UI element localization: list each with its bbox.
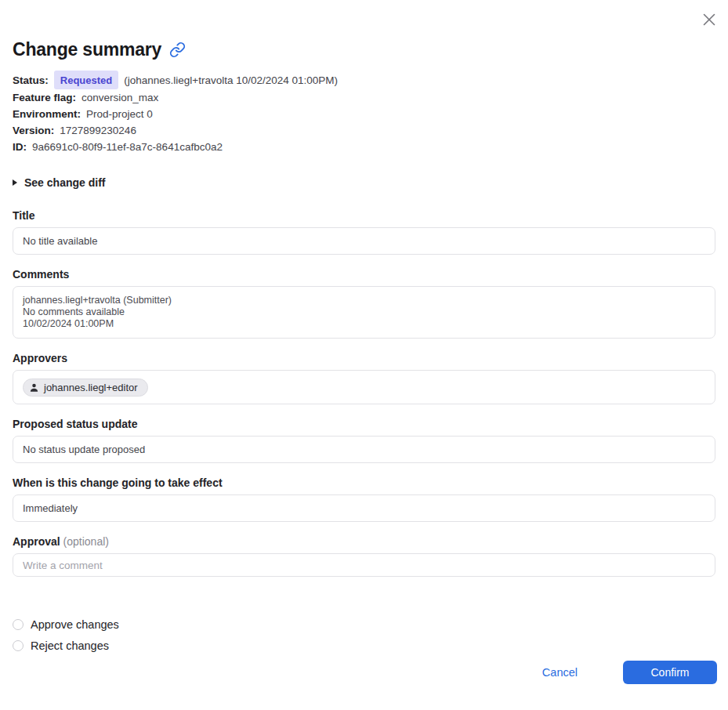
- radio-circle-icon[interactable]: [13, 640, 24, 651]
- see-change-diff-toggle[interactable]: See change diff: [13, 176, 715, 189]
- approver-chip[interactable]: johannes.liegl+editor: [23, 379, 148, 397]
- approvers-field-label: Approvers: [13, 352, 715, 364]
- comment-submitter: johannes.liegl+travolta (Submitter): [23, 295, 705, 306]
- effect-field-label: When is this change going to take effect: [13, 476, 715, 489]
- reject-changes-radio[interactable]: Reject changes: [13, 639, 715, 652]
- environment-row: Environment: Prod-project 0: [13, 106, 715, 122]
- status-detail: (johannes.liegl+travolta 10/02/2024 01:0…: [124, 72, 338, 89]
- feature-flag-label: Feature flag:: [13, 89, 76, 106]
- copy-link-icon[interactable]: [169, 42, 186, 58]
- effect-text: Immediately: [23, 502, 78, 514]
- comments-box: johannes.liegl+travolta (Submitter) No c…: [13, 286, 715, 339]
- see-change-diff-label: See change diff: [24, 176, 105, 189]
- meta-info: Status: Requested (johannes.liegl+travol…: [13, 71, 715, 155]
- title-field-label: Title: [13, 209, 715, 222]
- proposed-status-field-label: Proposed status update: [13, 418, 715, 430]
- modal-header: Change summary: [13, 39, 715, 60]
- radio-circle-icon[interactable]: [13, 619, 24, 630]
- environment-label: Environment:: [13, 106, 81, 122]
- comments-field-label: Comments: [13, 268, 715, 281]
- status-label: Status:: [13, 72, 49, 89]
- approve-changes-radio[interactable]: Approve changes: [13, 618, 715, 631]
- modal-footer: Cancel Confirm: [534, 661, 717, 684]
- person-icon: [29, 382, 39, 393]
- comment-timestamp: 10/02/2024 01:00PM: [23, 318, 705, 330]
- confirm-button[interactable]: Confirm: [623, 661, 717, 684]
- feature-flag-value: conversion_max: [81, 89, 158, 106]
- approval-comment-input[interactable]: [13, 553, 715, 577]
- feature-flag-row: Feature flag: conversion_max: [13, 89, 715, 106]
- effect-box: Immediately: [13, 494, 715, 522]
- version-value: 1727899230246: [60, 122, 136, 139]
- proposed-status-text: No status update proposed: [23, 444, 145, 455]
- status-row: Status: Requested (johannes.liegl+travol…: [13, 71, 715, 89]
- version-row: Version: 1727899230246: [13, 122, 715, 139]
- page-title: Change summary: [13, 39, 161, 60]
- environment-value: Prod-project 0: [86, 106, 153, 122]
- close-button[interactable]: [699, 9, 719, 30]
- reject-changes-label: Reject changes: [31, 639, 109, 652]
- title-field-value: No title available: [13, 227, 715, 255]
- close-icon: [701, 11, 718, 28]
- id-label: ID:: [13, 139, 27, 155]
- approval-optional-text: (optional): [63, 535, 109, 548]
- comment-body: No comments available: [23, 306, 705, 318]
- cancel-button[interactable]: Cancel: [534, 666, 585, 679]
- proposed-status-box: No status update proposed: [13, 436, 715, 463]
- status-badge: Requested: [54, 71, 118, 89]
- approvers-box: johannes.liegl+editor: [13, 370, 715, 404]
- title-text: No title available: [23, 235, 97, 247]
- decision-radio-group: Approve changes Reject changes: [13, 618, 715, 652]
- approval-label-text: Approval: [13, 535, 60, 548]
- chevron-right-icon: [13, 179, 17, 186]
- version-label: Version:: [13, 122, 54, 139]
- approve-changes-label: Approve changes: [31, 618, 119, 631]
- approver-chip-label: johannes.liegl+editor: [44, 382, 138, 393]
- change-summary-modal: Change summary Status: Requested (johann…: [0, 39, 728, 652]
- id-value: 9a6691c0-80f9-11ef-8a7c-8641cafbc0a2: [32, 139, 223, 155]
- id-row: ID: 9a6691c0-80f9-11ef-8a7c-8641cafbc0a2: [13, 139, 715, 155]
- approval-field-label: Approval (optional): [13, 535, 715, 548]
